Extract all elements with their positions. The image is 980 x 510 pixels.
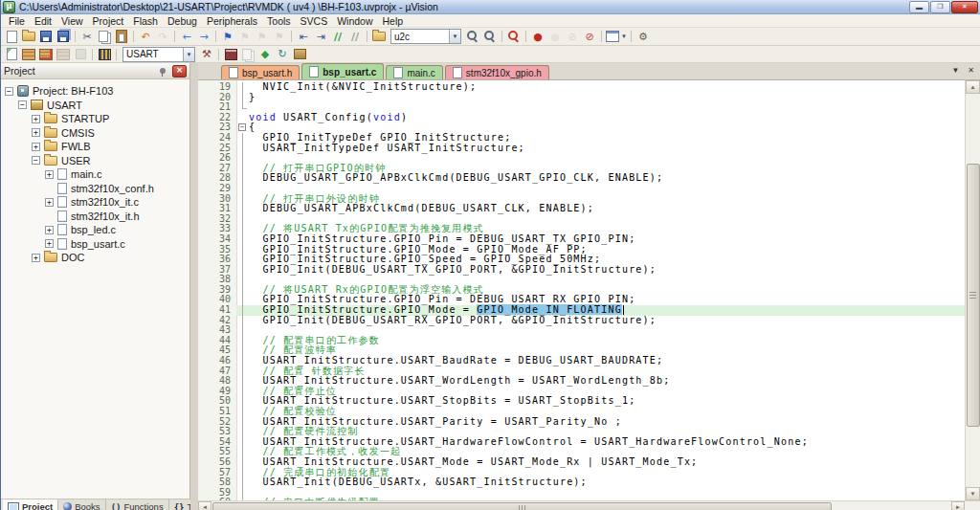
configure-button[interactable]: ⚙ [635, 30, 652, 44]
incremental-find-button[interactable] [481, 30, 499, 44]
tab-close-icon[interactable]: ✕ [968, 66, 974, 75]
tree-item-stm32f10x-it-c[interactable]: +stm32f10x_it.c [1, 195, 189, 210]
chevron-down-icon[interactable]: ▼ [449, 30, 460, 43]
chevron-down-icon[interactable]: ▼ [183, 48, 194, 61]
scroll-left-icon[interactable]: ◄ [198, 501, 212, 510]
menu-edit[interactable]: Edit [30, 15, 56, 27]
expander-icon[interactable]: + [45, 170, 54, 179]
menu-svcs[interactable]: SVCS [296, 15, 333, 27]
dock-tab-project[interactable]: Project [3, 499, 58, 510]
expander-icon[interactable]: − [18, 100, 27, 109]
expander-icon[interactable]: + [45, 198, 54, 207]
vertical-scrollbar[interactable]: ▲ ▼ [965, 80, 980, 500]
maximize-button[interactable]: ❐ [930, 1, 950, 13]
find-in-files-button[interactable] [370, 30, 388, 44]
horizontal-scroll-thumb[interactable] [212, 502, 832, 510]
navigate-back-button[interactable]: ← [178, 30, 195, 44]
target-combo[interactable]: USART▼ [122, 47, 195, 62]
expander-icon[interactable]: − [5, 87, 13, 96]
tab-main-c[interactable]: main.c [386, 65, 442, 79]
tree-item-stm32f10x-it-h[interactable]: stm32f10x_it.h [1, 210, 189, 224]
bookmark-toggle-button[interactable]: ⚑ [219, 30, 236, 44]
dock-tab-functions[interactable]: ()Functions [106, 499, 169, 510]
breakpoint-kill-all-button[interactable]: ⊘ [581, 30, 598, 44]
paste-button[interactable] [113, 30, 130, 44]
scroll-down-icon[interactable]: ▼ [966, 487, 980, 500]
fold-marker[interactable]: − [236, 122, 249, 133]
bookmark-next-button[interactable]: ⚑ [254, 30, 271, 44]
menu-file[interactable]: File [4, 15, 30, 27]
expander-icon[interactable]: + [32, 128, 40, 137]
navigate-forward-button[interactable]: → [195, 30, 212, 44]
find-button[interactable] [464, 30, 481, 44]
menu-view[interactable]: View [56, 15, 88, 27]
tab-list-dropdown-icon[interactable]: ▼ [951, 66, 959, 75]
menu-flash[interactable]: Flash [128, 15, 163, 27]
uncomment-button[interactable]: // [346, 30, 364, 44]
scroll-up-icon[interactable]: ▲ [966, 80, 980, 94]
expander-icon[interactable]: + [32, 143, 40, 151]
batch-build-button[interactable] [55, 47, 72, 61]
expander-icon[interactable]: − [32, 156, 40, 165]
indent-button[interactable]: ⇥ [312, 30, 329, 44]
options-for-target-button[interactable]: ⚒ [198, 47, 215, 61]
tree-item-fwlb[interactable]: +FWLB [1, 140, 189, 154]
tree-item-usart[interactable]: −USART [1, 99, 189, 113]
outdent-button[interactable]: ⇤ [295, 30, 312, 44]
breakpoint-disable-button[interactable]: ● [546, 30, 564, 44]
panel-splitter[interactable] [190, 63, 198, 510]
minimize-button[interactable]: ▬ [909, 1, 929, 13]
expander-icon[interactable]: + [32, 115, 40, 123]
close-button[interactable]: ✕ [951, 1, 978, 13]
horizontal-scrollbar[interactable]: ◄ ► [198, 500, 980, 510]
menu-peripherals[interactable]: Peripherals [202, 15, 262, 27]
vertical-scroll-thumb[interactable] [967, 164, 980, 427]
tree-item-stm32f10x-conf-h[interactable]: stm32f10x_conf.h [1, 182, 189, 196]
stop-build-button[interactable] [72, 47, 89, 61]
breakpoint-toggle-button[interactable]: ● [529, 30, 546, 44]
search-button[interactable] [505, 30, 523, 44]
menu-project[interactable]: Project [88, 15, 129, 27]
pack-installer-button[interactable] [291, 47, 308, 61]
panel-close-icon[interactable]: ✕ [172, 65, 187, 78]
chevron-down-icon[interactable]: ▼ [621, 33, 627, 39]
collapse-icon[interactable]: − [238, 123, 246, 131]
tree-item-doc[interactable]: +DOC [1, 251, 189, 265]
copy-button[interactable] [96, 30, 113, 44]
pin-icon[interactable] [160, 68, 166, 74]
tree-item-bsp-usart-c[interactable]: +bsp_usart.c [1, 237, 189, 252]
expander-icon[interactable]: + [45, 239, 54, 248]
run-time-environment-button[interactable]: ◆ [256, 47, 274, 61]
open-file-button[interactable] [20, 30, 37, 44]
menu-window[interactable]: Window [332, 15, 377, 27]
menu-tools[interactable]: Tools [262, 15, 296, 27]
breakpoint-disable-all-button[interactable]: ⊘ [564, 30, 581, 44]
tree-item-startup[interactable]: +STARTUP [1, 112, 189, 126]
cut-button[interactable]: ✂ [78, 30, 96, 44]
tree-item-project-bh-f103[interactable]: −Project: BH-F103 [1, 84, 189, 99]
expander-icon[interactable]: + [32, 254, 40, 262]
scroll-right-icon[interactable]: ► [951, 501, 965, 510]
bookmark-clear-button[interactable]: ⚑ [271, 30, 288, 44]
tab-stm32f10x-gpio-h[interactable]: stm32f10x_gpio.h [445, 65, 549, 79]
code-editor[interactable]: 19 NVIC_Init(&NVIC_InitStructure);20}212… [198, 80, 980, 500]
tree-item-cmsis[interactable]: +CMSIS [1, 126, 189, 141]
download-button[interactable] [96, 47, 113, 61]
expander-icon[interactable]: + [45, 226, 54, 234]
rebuild-button[interactable] [37, 47, 55, 61]
tree-item-main-c[interactable]: +main.c [1, 167, 189, 182]
file-extensions-button[interactable] [239, 47, 256, 61]
comment-button[interactable]: // [329, 30, 346, 44]
save-button[interactable] [37, 30, 55, 44]
bookmark-prev-button[interactable]: ⚑ [236, 30, 254, 44]
undo-button[interactable]: ↶ [137, 30, 154, 44]
update-target-button[interactable]: ↻ [274, 47, 291, 61]
debug-windows-button[interactable]: ▼ [605, 30, 628, 44]
dock-tab-books[interactable]: Books [58, 499, 105, 510]
tab-bsp-usart-c[interactable]: bsp_usart.c [301, 63, 384, 79]
translate-button[interactable] [3, 47, 20, 61]
tree-item-bsp-led-c[interactable]: +bsp_led.c [1, 223, 189, 237]
new-file-button[interactable] [3, 30, 20, 44]
manage-project-items-button[interactable] [222, 47, 239, 61]
menu-help[interactable]: Help [378, 15, 409, 27]
